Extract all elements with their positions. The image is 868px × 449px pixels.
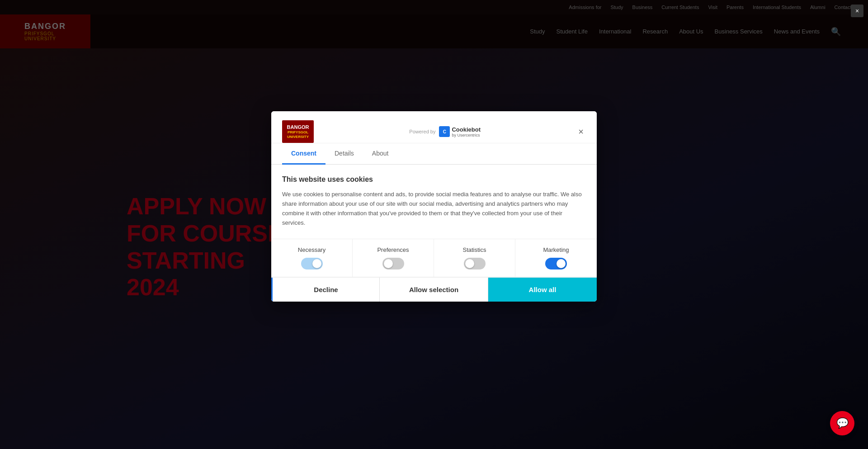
toggle-necessary-switch[interactable]	[301, 258, 323, 269]
allow-selection-button[interactable]: Allow selection	[380, 278, 488, 302]
modal-logo-icon: BANGOR PRIFYSGOL UNIVERSITY	[282, 120, 314, 143]
toggle-preferences-thumb	[384, 259, 393, 268]
toggle-marketing-label: Marketing	[543, 246, 569, 253]
toggle-statistics: Statistics	[434, 239, 515, 277]
toggle-preferences: Preferences	[353, 239, 434, 277]
modal-overlay: BANGOR PRIFYSGOL UNIVERSITY Powered by C…	[0, 0, 868, 449]
tab-about[interactable]: About	[363, 143, 398, 165]
toggle-necessary: Necessary	[271, 239, 353, 277]
cookie-modal: BANGOR PRIFYSGOL UNIVERSITY Powered by C…	[271, 111, 597, 301]
powered-by: Powered by C Cookiebot by Usercentrics	[409, 126, 481, 137]
toggle-preferences-switch[interactable]	[382, 258, 404, 269]
toggle-marketing: Marketing	[515, 239, 597, 277]
modal-header: BANGOR PRIFYSGOL UNIVERSITY Powered by C…	[271, 111, 597, 143]
modal-body-text: We use cookies to personalise content an…	[282, 190, 586, 227]
toggle-statistics-switch[interactable]	[464, 258, 486, 269]
toggle-marketing-switch[interactable]	[545, 258, 567, 269]
page-close-button[interactable]: ×	[851, 5, 863, 17]
chat-icon: 💬	[836, 417, 849, 429]
cookiebot-name: Cookiebot	[452, 126, 481, 133]
toggles-section: Necessary Preferences Statistics	[271, 239, 597, 277]
decline-button[interactable]: Decline	[271, 278, 380, 302]
toggle-statistics-label: Statistics	[462, 246, 486, 253]
toggle-preferences-label: Preferences	[377, 246, 409, 253]
toggle-marketing-thumb	[557, 259, 566, 268]
cookiebot-icon: C	[439, 126, 450, 137]
tab-consent[interactable]: Consent	[282, 143, 326, 165]
powered-by-label: Powered by	[409, 129, 435, 134]
modal-body: This website uses cookies We use cookies…	[271, 165, 597, 238]
toggle-necessary-label: Necessary	[298, 246, 326, 253]
cookiebot-text: Cookiebot by Usercentrics	[452, 126, 481, 137]
modal-close-button[interactable]: ×	[576, 124, 586, 139]
tab-details[interactable]: Details	[326, 143, 363, 165]
modal-logo: BANGOR PRIFYSGOL UNIVERSITY	[282, 120, 314, 143]
chat-button[interactable]: 💬	[830, 411, 854, 435]
allow-all-button[interactable]: Allow all	[488, 278, 597, 302]
cookiebot-sub: by Usercentrics	[452, 133, 481, 137]
cookiebot-logo: C Cookiebot by Usercentrics	[439, 126, 481, 137]
modal-tabs: Consent Details About	[271, 143, 597, 165]
toggle-statistics-thumb	[465, 259, 474, 268]
modal-footer: Decline Allow selection Allow all	[271, 277, 597, 302]
modal-title: This website uses cookies	[282, 175, 586, 184]
toggle-necessary-thumb	[312, 259, 321, 268]
